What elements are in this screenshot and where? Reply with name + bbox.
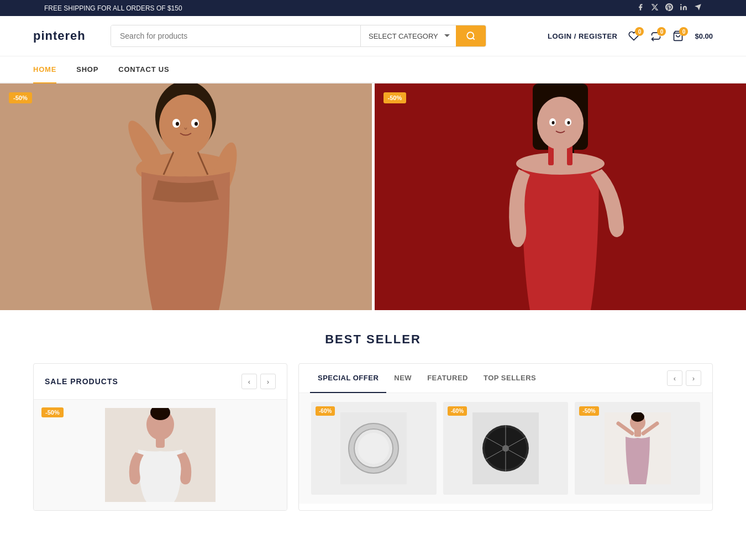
nav-contact[interactable]: CONTACT US: [118, 56, 169, 83]
best-seller-title: BEST SELLER: [0, 332, 746, 347]
svg-rect-49: [634, 429, 641, 437]
tab-top-sellers[interactable]: TOP SELLERS: [476, 364, 544, 393]
sale-products-title: SALE PRODUCTS: [45, 377, 118, 386]
product-3-badge: -50%: [579, 406, 598, 416]
special-product-1[interactable]: -60%: [311, 402, 437, 495]
svg-point-15: [176, 122, 179, 126]
compare-button[interactable]: 0: [650, 30, 661, 41]
svg-point-0: [680, 4, 681, 5]
sale-panel-content: -50%: [34, 400, 287, 510]
twitter-icon[interactable]: [651, 3, 659, 13]
svg-line-2: [472, 38, 474, 39]
login-register-link[interactable]: LOGIN / REGISTER: [548, 32, 617, 40]
wishlist-badge: 0: [635, 27, 644, 36]
special-nav-arrows: ‹ ›: [667, 370, 701, 386]
search-bar: SELECT CATEGORY All Categories Dancewear…: [111, 25, 486, 47]
product-2-image: [472, 412, 539, 484]
best-seller-section: BEST SELLER: [0, 310, 746, 363]
search-input[interactable]: [111, 25, 360, 46]
nav-shop[interactable]: SHOP: [76, 56, 98, 83]
hero-right: -50%: [372, 83, 747, 310]
main-nav: HOME SHOP CONTACT US: [0, 56, 746, 83]
products-section: SALE PRODUCTS ‹ › -50%: [0, 363, 746, 533]
top-bar: FREE SHIPPING FOR ALL ORDERS OF $150: [0, 0, 746, 16]
special-product-3[interactable]: -50%: [575, 402, 700, 495]
svg-point-1: [467, 32, 474, 39]
sale-nav-arrows: ‹ ›: [241, 374, 276, 389]
sale-products-panel: SALE PRODUCTS ‹ › -50%: [33, 363, 287, 511]
sale-product-image: [105, 408, 216, 502]
svg-point-12: [159, 95, 212, 155]
hero-left: -50%: [0, 83, 372, 310]
tab-special-offer[interactable]: SPECIAL OFFER: [310, 364, 386, 393]
header-actions: LOGIN / REGISTER 0 0 0 $0.00: [548, 30, 713, 41]
special-product-2[interactable]: -60%: [443, 402, 569, 495]
sale-product-badge: -50%: [41, 407, 64, 417]
svg-point-28: [567, 121, 570, 124]
logo: pintereh: [33, 29, 99, 43]
product-2-badge: -60%: [448, 406, 467, 416]
search-button[interactable]: [456, 25, 486, 46]
svg-point-24: [537, 97, 584, 150]
product-1-badge: -60%: [316, 406, 335, 416]
header: pintereh SELECT CATEGORY All Categories …: [0, 16, 746, 56]
svg-point-27: [551, 121, 554, 124]
product-1-image: [340, 412, 407, 484]
special-offer-panel: SPECIAL OFFER NEW FEATURED TOP SELLERS ‹…: [298, 363, 713, 511]
tab-new[interactable]: NEW: [386, 364, 419, 393]
svg-point-36: [358, 433, 389, 464]
hero-right-badge: -50%: [383, 92, 407, 103]
svg-point-21: [516, 153, 605, 175]
special-panel-header: SPECIAL OFFER NEW FEATURED TOP SELLERS ‹…: [299, 364, 712, 393]
hero-banner: -50%: [0, 83, 746, 310]
compare-badge: 0: [657, 27, 666, 36]
facebook-icon[interactable]: [637, 3, 644, 13]
sale-prev-button[interactable]: ‹: [241, 374, 257, 389]
linkedin-icon[interactable]: [680, 3, 687, 13]
tab-featured[interactable]: FEATURED: [419, 364, 476, 393]
cart-button[interactable]: 0: [673, 30, 684, 41]
promo-text: FREE SHIPPING FOR ALL ORDERS OF $150: [44, 4, 182, 12]
svg-point-46: [502, 445, 509, 452]
pinterest-icon[interactable]: [665, 3, 673, 13]
cart-total: $0.00: [695, 32, 713, 40]
social-icons: [637, 3, 702, 13]
category-select[interactable]: SELECT CATEGORY All Categories Dancewear…: [360, 25, 456, 46]
sale-next-button[interactable]: ›: [260, 374, 276, 389]
hero-left-image: [103, 83, 269, 310]
svg-point-16: [195, 122, 198, 126]
wishlist-button[interactable]: 0: [628, 30, 639, 41]
special-prev-button[interactable]: ‹: [667, 370, 682, 386]
cart-badge: 0: [679, 27, 688, 36]
svg-rect-32: [156, 437, 165, 448]
telegram-icon[interactable]: [694, 3, 702, 13]
product-3-image: [605, 412, 671, 484]
special-next-button[interactable]: ›: [686, 370, 701, 386]
sale-panel-header: SALE PRODUCTS ‹ ›: [34, 364, 287, 400]
hero-right-image: [477, 83, 643, 310]
hero-left-badge: -50%: [9, 92, 32, 103]
special-panel-content: -60% -60%: [299, 393, 712, 504]
nav-home[interactable]: HOME: [33, 56, 56, 83]
